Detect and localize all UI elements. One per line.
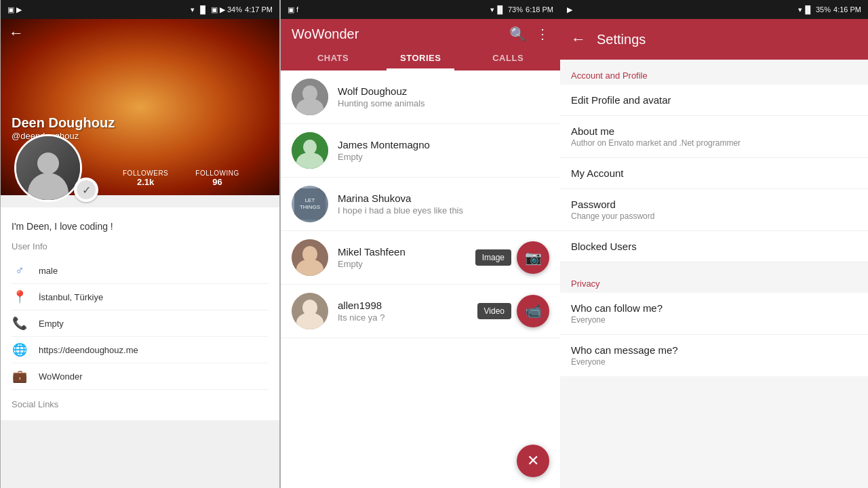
app-title: WoWonder [292, 26, 359, 42]
story-item-marina[interactable]: LET THINGS Marina Shukova I hope i had a… [281, 178, 560, 231]
followers-label: FOLLOWERS [123, 169, 168, 177]
back-button-1[interactable]: ← [9, 24, 24, 42]
status-icons-1: ▣ ▶ [7, 5, 22, 14]
settings-header: ← Settings [560, 19, 868, 60]
play-icon-3: ▶ [567, 5, 572, 14]
phone2-title-row: WoWonder 🔍 ⋮ [292, 26, 549, 47]
status-icons-2: ▣ f [288, 5, 298, 14]
settings-divider-1 [560, 262, 868, 268]
follow-title: Who can follow me? [571, 302, 857, 314]
following-stat: FOLLOWING 96 [195, 169, 239, 187]
signal-icon-1: ▐▌ [197, 5, 208, 14]
story-info-james: James Montemagno Empty [338, 139, 549, 162]
followers-stat: FOLLOWERS 2.1k [123, 169, 168, 187]
message-title: Who can message me? [571, 344, 857, 356]
header-icons: 🔍 ⋮ [509, 26, 549, 42]
story-item-wolf[interactable]: Wolf Doughouz Hunting some animals [281, 70, 560, 124]
story-name-wolf: Wolf Doughouz [338, 85, 549, 97]
story-name-james: James Montemagno [338, 139, 549, 150]
status-bar-3: ▶ ▾▐▌ 35% 4:16 PM [560, 0, 868, 19]
story-name-marina: Marina Shukova [338, 192, 549, 204]
social-links-title: Social Links [12, 399, 269, 409]
settings-item-edit-profile[interactable]: Edit Profile and avatar [560, 85, 868, 116]
avatar-allen [292, 293, 328, 329]
website-value: https://deendoughouz.me [39, 345, 138, 355]
location-icon: 📍 [12, 289, 28, 304]
battery-2: 73% [508, 5, 523, 14]
my-account-title: My Account [571, 167, 857, 179]
password-title: Password [571, 199, 857, 210]
settings-item-password[interactable]: Password Change your password [560, 189, 868, 231]
battery-1: ▣ ▶ 34% [211, 5, 242, 14]
settings-item-follow[interactable]: Who can follow me? Everyone [560, 293, 868, 335]
phone-value: Empty [39, 319, 64, 329]
phone-settings: ▶ ▾▐▌ 35% 4:16 PM ← Settings Account and… [560, 0, 868, 488]
verify-badge: ✓ [74, 178, 98, 202]
profile-cover: ← Deen Doughouz @deendoughouz FOLLOWERS … [1, 19, 279, 195]
avatar-image [16, 136, 80, 200]
close-fab-button[interactable]: ✕ [517, 445, 549, 477]
edit-profile-title: Edit Profile and avatar [571, 94, 857, 106]
info-phone: 📞 Empty [12, 310, 269, 337]
video-button[interactable]: 📹 [517, 295, 549, 327]
gender-icon: ♂ [12, 264, 28, 278]
phone-profile: ▣ ▶ ▾ ▐▌ ▣ ▶ 34% 4:17 PM ← Deen Doughouz… [0, 0, 280, 488]
wifi-icon-1: ▾ [191, 5, 195, 14]
camera-button[interactable]: 📷 [517, 241, 549, 274]
info-location: 📍 İstanbul, Türkiye [12, 284, 269, 310]
avatar-wolf [292, 79, 328, 115]
password-sub: Change your password [571, 211, 857, 221]
checkmark-icon: ✓ [77, 180, 96, 199]
settings-back-button[interactable]: ← [571, 30, 586, 48]
section-label-account: Account and Profile [560, 60, 868, 85]
profile-avatar [14, 134, 82, 202]
story-item-allen[interactable]: allen1998 Its nice ya ? Video 📹 [281, 285, 560, 338]
followers-value: 2.1k [123, 177, 168, 187]
tab-stories[interactable]: STORIES [387, 47, 454, 70]
blocked-users-title: Blocked Users [571, 241, 857, 252]
search-icon[interactable]: 🔍 [509, 26, 526, 42]
status-right-1: ▾ ▐▌ ▣ ▶ 34% 4:17 PM [191, 5, 273, 14]
story-text-wolf: Hunting some animals [338, 98, 549, 108]
settings-item-message[interactable]: Who can message me? Everyone [560, 335, 868, 376]
status-right-2: ▾▐▌ 73% 6:18 PM [490, 5, 553, 14]
info-work: 💼 WoWonder [12, 363, 269, 390]
info-website: 🌐 https://deendoughouz.me [12, 337, 269, 363]
user-info-title: User Info [12, 241, 269, 251]
section-label-privacy: Privacy [560, 268, 868, 293]
profile-content: I'm Deen, I love coding ! User Info ♂ ma… [1, 207, 279, 420]
more-vert-icon[interactable]: ⋮ [536, 26, 549, 42]
work-icon: 💼 [12, 369, 28, 384]
profile-name: Deen Doughouz [12, 115, 115, 131]
story-text-marina: I hope i had a blue eyes like this [338, 205, 549, 216]
status-left-1: ▣ ▶ [7, 5, 22, 14]
message-sub: Everyone [571, 357, 857, 367]
story-text-james: Empty [338, 152, 549, 162]
settings-content: Account and Profile Edit Profile and ava… [560, 60, 868, 488]
status-bar-2: ▣ f ▾▐▌ 73% 6:18 PM [281, 0, 560, 19]
avatar-james [292, 132, 328, 169]
stories-list: Wolf Doughouz Hunting some animals James… [281, 70, 560, 488]
story-item-mikel[interactable]: Mikel Tashfeen Empty Image 📷 [281, 231, 560, 285]
avatar-body [28, 173, 68, 200]
story-item-james[interactable]: James Montemagno Empty [281, 124, 560, 178]
avatar-silhouette [28, 152, 68, 200]
follow-sub: Everyone [571, 315, 857, 325]
image-label: Image [475, 249, 511, 266]
info-gender: ♂ male [12, 258, 269, 284]
time-1: 4:17 PM [245, 5, 273, 14]
following-value: 96 [195, 177, 239, 187]
tab-calls[interactable]: CALLS [479, 47, 537, 70]
settings-item-my-account[interactable]: My Account [560, 158, 868, 189]
settings-item-about-me[interactable]: About me Author on Envato market and .Ne… [560, 116, 868, 158]
avatar-marina: LET THINGS [292, 186, 328, 222]
wifi-icon-2: ▾▐▌ [490, 5, 505, 14]
work-value: WoWonder [39, 371, 83, 382]
image-action-group: Image 📷 [475, 241, 549, 274]
settings-title: Settings [597, 32, 646, 47]
svg-point-4 [303, 140, 317, 155]
avatar-head [37, 152, 59, 174]
about-me-sub: Author on Envato market and .Net program… [571, 138, 857, 148]
tab-chats[interactable]: CHATS [304, 47, 362, 70]
settings-item-blocked-users[interactable]: Blocked Users [560, 231, 868, 262]
